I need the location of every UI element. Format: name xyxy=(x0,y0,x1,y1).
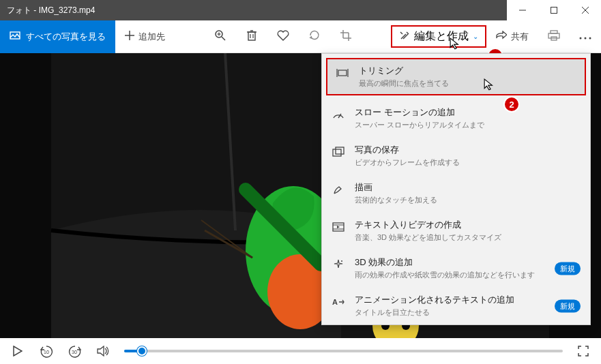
menu-item-sub: タイトルを目立たせる xyxy=(355,307,514,318)
menu-item-title: 写真の保存 xyxy=(355,144,460,156)
heart-icon xyxy=(277,30,289,43)
menu-item-title: 3D 効果の追加 xyxy=(355,256,535,269)
zoom-button[interactable] xyxy=(205,20,236,53)
new-badge: 新規 xyxy=(555,262,581,275)
more-button[interactable] xyxy=(570,20,601,53)
svg-marker-53 xyxy=(98,346,104,356)
sparkle-icon xyxy=(332,258,345,271)
svg-rect-1 xyxy=(551,7,557,14)
video-viewport: 1 トリミング 最高の瞬間に焦点を当てる 2 スロー モーションの追加 スーパー… xyxy=(0,53,601,338)
svg-rect-25 xyxy=(548,33,559,38)
frames-icon xyxy=(332,145,345,159)
app-name: フォト xyxy=(7,5,31,15)
menu-item-sub: 芸術的なタッチを加える xyxy=(355,195,437,205)
svg-point-27 xyxy=(580,37,582,40)
skip-back-button[interactable]: 10 xyxy=(38,343,55,359)
pen-icon xyxy=(332,183,345,196)
svg-point-29 xyxy=(589,37,591,40)
close-button[interactable] xyxy=(570,0,601,20)
volume-button[interactable] xyxy=(96,343,112,359)
seek-knob[interactable] xyxy=(137,346,147,356)
menu-item-title: 描画 xyxy=(355,181,437,194)
see-all-label: すべての写真を見る xyxy=(26,31,106,43)
chevron-down-icon: ⌄ xyxy=(473,33,478,40)
seek-slider[interactable] xyxy=(124,350,563,352)
filmstrip-icon xyxy=(332,220,345,234)
player-controls: 10 30 xyxy=(0,338,601,364)
menu-item-title: アニメーション化されるテキストの追加 xyxy=(355,294,514,306)
play-button[interactable] xyxy=(10,343,26,359)
menu-item-title: トリミング xyxy=(359,65,449,77)
menu-item-textvideo[interactable]: テキスト入りビデオの作成 音楽、3D 効果などを追加してカスタマイズ xyxy=(322,212,590,249)
toolbar: すべての写真を見る 追加先 編集と作成 ⌄ 共有 xyxy=(0,20,601,53)
trash-icon xyxy=(246,29,257,44)
edit-icon xyxy=(399,30,410,44)
speedometer-icon xyxy=(332,108,345,121)
rotate-icon xyxy=(308,29,321,44)
maximize-button[interactable] xyxy=(538,0,570,20)
see-all-photos-button[interactable]: すべての写真を見る xyxy=(0,20,115,53)
zoom-icon xyxy=(214,29,226,44)
svg-text:A: A xyxy=(332,298,338,306)
svg-point-48 xyxy=(341,260,342,262)
menu-item-sub: ビデオからフレームを作成する xyxy=(355,157,460,168)
favorite-button[interactable] xyxy=(267,20,299,53)
window-title: フォト - IMG_3273.mp4 xyxy=(0,5,507,16)
menu-item-sub: スーパー スローからリアルタイムまで xyxy=(355,120,484,130)
menu-item-savephoto[interactable]: 写真の保存 ビデオからフレームを作成する xyxy=(322,137,590,175)
ellipsis-icon xyxy=(579,31,591,42)
svg-rect-38 xyxy=(338,70,347,76)
trim-icon xyxy=(336,66,349,80)
svg-rect-42 xyxy=(333,149,341,156)
menu-item-sub: 音楽、3D 効果などを追加してカスタマイズ xyxy=(355,232,501,243)
menu-item-title: スロー モーションの追加 xyxy=(355,106,484,119)
svg-rect-43 xyxy=(336,147,344,154)
fullscreen-button[interactable] xyxy=(575,343,591,359)
svg-marker-47 xyxy=(337,226,340,228)
edit-create-label: 編集と作成 xyxy=(414,29,469,44)
print-button[interactable] xyxy=(538,20,570,53)
svg-line-22 xyxy=(400,32,402,34)
edit-and-create-button[interactable]: 編集と作成 ⌄ xyxy=(391,25,486,48)
menu-item-sub: 最高の瞬間に焦点を当てる xyxy=(359,78,449,89)
svg-marker-50 xyxy=(14,346,22,356)
svg-point-28 xyxy=(585,37,587,40)
menu-item-3deffects[interactable]: 3D 効果の追加 雨の効果の作成や紙吹雪の効果の追加などを行います 新規 xyxy=(322,249,590,287)
menu-item-draw[interactable]: 描画 芸術的なタッチを加える xyxy=(322,175,590,212)
share-label: 共有 xyxy=(511,31,529,43)
title-bar: フォト - IMG_3273.mp4 xyxy=(0,0,601,20)
photos-icon xyxy=(10,30,20,43)
share-icon xyxy=(496,31,507,42)
delete-button[interactable] xyxy=(236,20,267,53)
print-icon xyxy=(548,30,560,43)
svg-text:30: 30 xyxy=(72,350,77,354)
cursor-icon xyxy=(484,78,496,93)
crop-button[interactable] xyxy=(330,20,362,53)
plus-icon xyxy=(125,31,134,42)
menu-item-sub: 雨の効果の作成や紙吹雪の効果の追加などを行います xyxy=(355,270,535,280)
svg-rect-11 xyxy=(248,32,255,40)
add-to-label: 追加先 xyxy=(138,31,165,43)
menu-item-animatedtext[interactable]: A アニメーション化されるテキストの追加 タイトルを目立たせる 新規 xyxy=(322,287,590,324)
file-name: IMG_3273.mp4 xyxy=(39,5,96,15)
svg-line-8 xyxy=(222,37,225,40)
skip-forward-button[interactable]: 30 xyxy=(67,343,83,359)
rotate-button[interactable] xyxy=(299,20,330,53)
menu-item-slowmotion[interactable]: スロー モーションの追加 スーパー スローからリアルタイムまで xyxy=(322,100,590,137)
edit-create-menu: トリミング 最高の瞬間に焦点を当てる 2 スロー モーションの追加 スーパー ス… xyxy=(321,53,591,325)
svg-text:10: 10 xyxy=(44,350,49,354)
menu-item-trimming[interactable]: トリミング 最高の瞬間に焦点を当てる xyxy=(326,58,586,95)
text-animate-icon: A xyxy=(332,295,345,309)
menu-item-title: テキスト入りビデオの作成 xyxy=(355,219,501,231)
new-badge: 新規 xyxy=(555,299,581,312)
crop-icon xyxy=(340,29,352,44)
minimize-button[interactable] xyxy=(507,0,538,20)
add-to-button[interactable]: 追加先 xyxy=(115,20,175,53)
